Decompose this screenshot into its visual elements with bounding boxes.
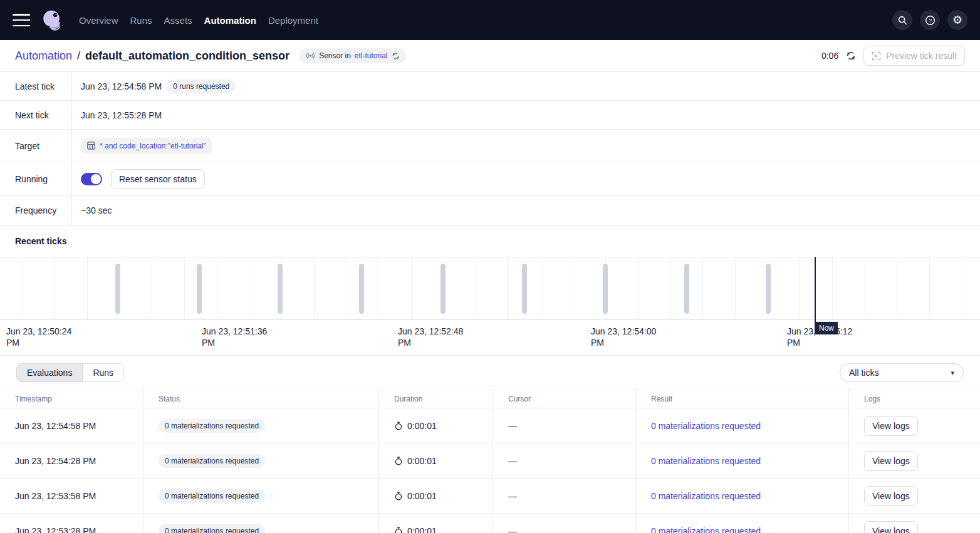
tick-bar[interactable]: [278, 264, 283, 314]
breadcrumb-separator: /: [77, 49, 80, 63]
axis-time-label: Jun 23, 12:54:00PM: [591, 326, 656, 348]
frequency-value: ~30 sec: [81, 205, 112, 215]
table-row: Jun 23, 12:54:58 PM 0 materializations r…: [0, 408, 980, 443]
col-timestamp: Timestamp: [0, 390, 143, 408]
latest-tick-time: Jun 23, 12:54:58 PM: [81, 81, 162, 91]
target-selection-text: * and code_location:"etl-tutorial": [100, 142, 206, 150]
gear-icon: ⚙: [952, 14, 962, 26]
dagster-logo[interactable]: [39, 7, 65, 33]
tab-evaluations[interactable]: Evaluations: [17, 364, 82, 381]
nav-item-deployment[interactable]: Deployment: [268, 15, 318, 26]
tick-cursor: —: [508, 491, 517, 501]
tick-cursor: —: [508, 456, 517, 466]
tick-bar[interactable]: [603, 264, 608, 314]
tick-result-link[interactable]: 0 materializations requested: [651, 491, 761, 501]
target-selection-pill[interactable]: * and code_location:"etl-tutorial": [81, 138, 212, 154]
timeline-gridline: [347, 257, 347, 319]
tick-status-badge: 0 materializations requested: [159, 489, 265, 503]
col-logs: Logs: [849, 390, 980, 408]
dagster-octopus-icon: [40, 8, 64, 32]
tick-status-badge: 0 materializations requested: [159, 524, 265, 533]
timeline-gridline: [87, 257, 88, 319]
tick-result-link[interactable]: 0 materializations requested: [651, 456, 761, 466]
breadcrumb-automation-link[interactable]: Automation: [15, 49, 72, 63]
timeline-gridline: [702, 257, 703, 319]
sensor-location-badge: Sensor in etl-tutorial: [300, 48, 405, 63]
nav-item-runs[interactable]: Runs: [130, 15, 152, 26]
main-nav: Overview Runs Assets Automation Deployme…: [79, 15, 318, 26]
tick-status-badge: 0 materializations requested: [159, 454, 265, 468]
running-row: Running Reset sensor status: [0, 162, 980, 196]
tick-bar[interactable]: [359, 264, 364, 314]
reload-location-icon[interactable]: [392, 52, 400, 60]
tick-bar[interactable]: [522, 264, 527, 314]
table-row: Jun 23, 12:53:58 PM 0 materializations r…: [0, 479, 980, 514]
refresh-countdown: 0:06: [821, 51, 838, 61]
nav-item-automation[interactable]: Automation: [204, 15, 256, 26]
stopwatch-icon: [394, 492, 403, 500]
ticks-toolbar: Evaluations Runs All ticks ▾: [0, 356, 980, 390]
ticks-plot[interactable]: [0, 257, 980, 320]
tick-timestamp: Jun 23, 12:53:28 PM: [15, 526, 96, 533]
search-button[interactable]: [892, 10, 912, 30]
axis-time-label: Jun 23, 12:52:48PM: [398, 326, 463, 348]
nav-item-overview[interactable]: Overview: [79, 15, 118, 26]
target-row: Target * and code_location:"etl-tutorial…: [0, 130, 980, 162]
latest-tick-label: Latest tick: [0, 72, 72, 100]
table-row: Jun 23, 12:53:28 PM 0 materializations r…: [0, 514, 980, 533]
col-result: Result: [636, 390, 849, 408]
tick-duration: 0:00:01: [407, 456, 437, 466]
sensor-details: Latest tick Jun 23, 12:54:58 PM 0 runs r…: [0, 72, 980, 225]
axis-time-label: Jun 23, 12:50:24PM: [6, 326, 71, 348]
tab-runs[interactable]: Runs: [82, 364, 123, 381]
refresh-icon[interactable]: [846, 51, 856, 61]
tick-bar[interactable]: [766, 264, 771, 314]
view-logs-button[interactable]: View logs: [864, 416, 918, 436]
menu-icon[interactable]: [13, 14, 30, 26]
view-logs-button[interactable]: View logs: [864, 451, 918, 471]
page-header: Automation / default_automation_conditio…: [0, 40, 980, 72]
settings-button[interactable]: ⚙: [947, 10, 967, 30]
search-icon: [897, 15, 907, 25]
preview-tick-result-button[interactable]: Preview tick result: [863, 46, 965, 66]
tick-result-link[interactable]: 0 materializations requested: [651, 421, 761, 431]
asset-selection-icon: [87, 142, 95, 150]
frequency-label: Frequency: [0, 196, 72, 225]
next-tick-row: Next tick Jun 23, 12:55:28 PM: [0, 101, 980, 130]
tick-status-badge: 0 materializations requested: [159, 419, 265, 433]
tick-bar[interactable]: [684, 264, 689, 314]
page-title: default_automation_condition_sensor: [85, 49, 289, 63]
tick-bar[interactable]: [197, 264, 202, 314]
running-toggle[interactable]: [81, 173, 102, 185]
timeline-gridline: [638, 257, 639, 319]
toggle-knob: [91, 174, 101, 184]
tick-cursor: —: [508, 526, 517, 533]
stopwatch-icon: [394, 457, 403, 465]
code-location-link[interactable]: etl-tutorial: [355, 51, 388, 60]
tick-status-filter[interactable]: All ticks ▾: [840, 363, 964, 382]
timeline-gridline: [573, 257, 573, 319]
tick-result-link[interactable]: 0 materializations requested: [651, 526, 761, 533]
evaluations-table: Timestamp Status Duration Cursor Result …: [0, 390, 980, 533]
view-logs-button[interactable]: View logs: [864, 486, 918, 506]
next-tick-time: Jun 23, 12:55:28 PM: [81, 110, 162, 120]
frequency-row: Frequency ~30 sec: [0, 196, 980, 225]
tick-duration: 0:00:01: [407, 421, 437, 431]
timeline-gridline: [508, 257, 509, 319]
col-status: Status: [143, 390, 379, 408]
timeline-gridline: [378, 257, 379, 319]
tick-bar[interactable]: [440, 264, 446, 314]
reset-sensor-status-button[interactable]: Reset sensor status: [111, 169, 205, 189]
timeline-gridline: [962, 257, 962, 319]
next-tick-label: Next tick: [0, 101, 72, 129]
tick-timestamp: Jun 23, 12:54:58 PM: [15, 421, 96, 431]
tick-bar[interactable]: [115, 264, 120, 314]
view-logs-button[interactable]: View logs: [864, 521, 918, 533]
tick-cursor: —: [508, 421, 517, 431]
tick-timestamp: Jun 23, 12:54:28 PM: [15, 456, 96, 466]
tick-duration: 0:00:01: [407, 526, 437, 533]
tick-timestamp: Jun 23, 12:53:58 PM: [15, 491, 96, 501]
help-button[interactable]: ?: [920, 10, 940, 30]
nav-item-assets[interactable]: Assets: [164, 15, 192, 26]
nav-actions: ? ⚙: [892, 10, 967, 30]
